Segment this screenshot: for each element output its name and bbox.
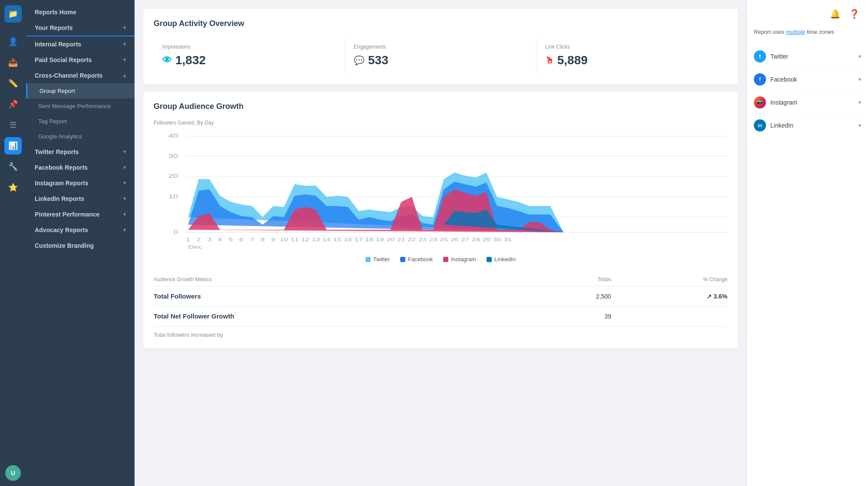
customize-branding-link[interactable]: Customize Branding <box>26 238 135 253</box>
totals-col-header: Totals <box>539 273 611 286</box>
svg-text:40: 40 <box>168 132 178 139</box>
engagements-stat: Engagements 💬 533 <box>345 37 536 74</box>
sidebar-item-sent-message-performance[interactable]: Sent Message Performance <box>26 99 135 114</box>
notification-icon[interactable]: 🔔 <box>828 7 842 21</box>
stats-row: Impressions 👁 1,832 Engagements 💬 533 Li… <box>154 37 727 74</box>
linkedin-legend-dot <box>487 257 492 262</box>
svg-text:26: 26 <box>450 237 459 243</box>
linkedin-reports-section[interactable]: LinkedIn Reports ▾ <box>26 191 135 207</box>
svg-text:5: 5 <box>229 237 233 243</box>
sidebar-item-tag-report[interactable]: Tag Report <box>26 114 135 129</box>
audience-growth-card: Group Audience Growth Followers Gained, … <box>143 92 738 348</box>
svg-text:Dec: Dec <box>188 244 203 250</box>
svg-text:12: 12 <box>301 237 309 243</box>
svg-text:10: 10 <box>168 193 178 200</box>
paid-social-reports-section[interactable]: Paid Social Reports ▾ <box>26 52 135 68</box>
analytics-icon[interactable]: 📊 <box>4 137 22 154</box>
total-followers-value: 2,500 <box>539 286 611 306</box>
svg-text:21: 21 <box>397 237 405 243</box>
net-follower-label: Total Net Follower Growth <box>154 306 539 326</box>
instagram-expand-chevron: ▾ <box>858 99 861 105</box>
impressions-value: 👁 1,832 <box>162 53 336 67</box>
logo-icon[interactable]: 📁 <box>4 5 22 23</box>
svg-text:20: 20 <box>386 237 395 243</box>
cross-channel-reports-section[interactable]: Cross-Channel Reports ▴ <box>26 68 135 83</box>
your-reports-section[interactable]: Your Reports ▾ <box>26 20 135 36</box>
metrics-col-header: Audience Growth Metrics <box>154 273 539 286</box>
twitter-legend-label: Twitter <box>373 256 390 263</box>
svg-text:16: 16 <box>344 237 352 243</box>
svg-text:6: 6 <box>239 237 243 243</box>
svg-text:9: 9 <box>271 237 276 243</box>
link-clicks-stat: Link Clicks 🖱 5,889 <box>536 37 727 74</box>
svg-text:0: 0 <box>173 229 178 235</box>
platform-instagram[interactable]: 📷 Instagram ▾ <box>754 91 861 114</box>
reports-home-link[interactable]: Reports Home <box>26 4 135 20</box>
inbox-icon[interactable]: 📥 <box>4 54 22 71</box>
chart-legend: Twitter Facebook Instagram LinkedIn <box>154 256 727 263</box>
twitter-platform-icon: t <box>754 50 766 62</box>
instagram-platform-label: Instagram <box>770 99 797 106</box>
svg-text:7: 7 <box>250 237 254 243</box>
metrics-section: Audience Growth Metrics Totals % Change … <box>154 273 727 338</box>
svg-text:23: 23 <box>418 237 427 243</box>
engagement-icon: 💬 <box>354 55 365 66</box>
instagram-legend-dot <box>443 257 448 262</box>
platform-list: t Twitter ▾ f Facebook ▾ 📷 Instagram ▾ i… <box>754 45 861 137</box>
audience-growth-title: Group Audience Growth <box>154 102 727 111</box>
sidebar-item-group-report[interactable]: Group Report <box>26 83 135 99</box>
audience-chart: 40 30 20 10 0 1 2 3 4 5 6 <box>154 131 727 253</box>
multiple-timezones-link[interactable]: multiple <box>786 29 806 35</box>
tasks-icon[interactable]: 🔧 <box>4 158 22 175</box>
internal-reports-section[interactable]: Internal Reports ▾ <box>26 36 135 52</box>
advocacy-reports-section[interactable]: Advocacy Reports ▾ <box>26 222 135 238</box>
user-icon[interactable]: 👤 <box>4 33 22 50</box>
pin-icon[interactable]: 📌 <box>4 95 22 113</box>
paid-social-chevron: ▾ <box>123 57 126 63</box>
facebook-legend-label: Facebook <box>408 256 433 263</box>
internal-reports-chevron: ▾ <box>123 41 126 47</box>
platform-twitter[interactable]: t Twitter ▾ <box>754 45 861 68</box>
cross-channel-chevron: ▴ <box>123 72 126 79</box>
nav-sidebar: Reports Home Your Reports ▾ Internal Rep… <box>26 0 135 486</box>
cursor-icon: 🖱 <box>545 56 554 66</box>
svg-text:14: 14 <box>322 237 331 243</box>
timezone-notice: Report uses multiple time zones <box>754 28 861 36</box>
sidebar-item-google-analytics[interactable]: Google Analytics <box>26 129 135 144</box>
svg-text:15: 15 <box>333 237 342 243</box>
help-icon[interactable]: ❓ <box>847 7 861 21</box>
svg-text:4: 4 <box>218 237 222 243</box>
star-icon[interactable]: ⭐ <box>4 179 22 196</box>
user-avatar[interactable]: U <box>5 465 21 481</box>
legend-instagram: Instagram <box>443 256 476 263</box>
net-follower-row: Total Net Follower Growth 39 <box>154 306 727 326</box>
svg-text:30: 30 <box>168 153 178 159</box>
svg-text:28: 28 <box>472 237 480 243</box>
svg-text:2: 2 <box>197 237 201 243</box>
instagram-reports-chevron: ▾ <box>123 180 126 186</box>
svg-text:1: 1 <box>186 237 191 243</box>
net-follower-value: 39 <box>539 306 611 326</box>
instagram-legend-label: Instagram <box>451 256 476 263</box>
list-icon[interactable]: ☰ <box>4 116 22 134</box>
svg-text:27: 27 <box>461 237 469 243</box>
instagram-reports-section[interactable]: Instagram Reports ▾ <box>26 175 135 191</box>
net-follower-change <box>611 306 727 326</box>
link-clicks-label: Link Clicks <box>545 44 719 50</box>
svg-text:30: 30 <box>493 237 501 243</box>
icon-sidebar: 📁 👤 📥 ✏️ 📌 ☰ 📊 🔧 ⭐ U <box>0 0 26 486</box>
svg-text:29: 29 <box>482 237 490 243</box>
compose-icon[interactable]: ✏️ <box>4 75 22 92</box>
pinterest-chevron: ▾ <box>123 211 126 217</box>
platform-facebook[interactable]: f Facebook ▾ <box>754 68 861 91</box>
metrics-note: Total followers increased by <box>154 332 727 338</box>
twitter-legend-dot <box>365 257 371 262</box>
facebook-reports-section[interactable]: Facebook Reports ▾ <box>26 160 135 175</box>
instagram-platform-icon: 📷 <box>754 96 766 108</box>
legend-linkedin: LinkedIn <box>487 256 516 263</box>
twitter-reports-section[interactable]: Twitter Reports ▾ <box>26 144 135 160</box>
svg-text:18: 18 <box>365 237 373 243</box>
svg-text:8: 8 <box>260 237 265 243</box>
pinterest-performance-section[interactable]: Pinterest Performance ▾ <box>26 207 135 222</box>
platform-linkedin[interactable]: in LinkedIn ▾ <box>754 114 861 137</box>
